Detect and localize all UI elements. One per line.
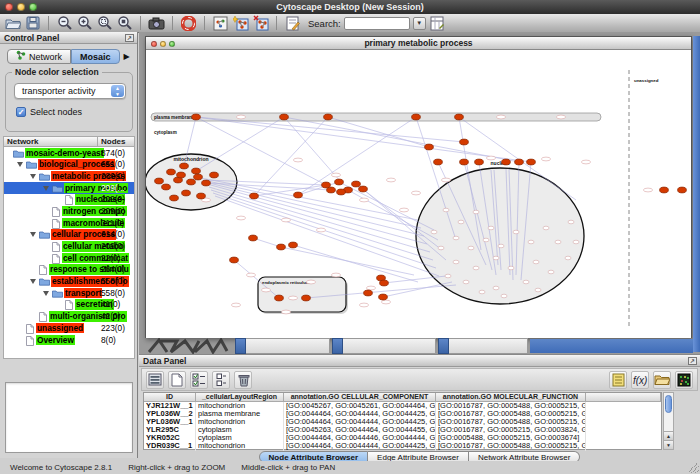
graph-node[interactable] bbox=[455, 114, 464, 120]
frame-minimize-icon[interactable] bbox=[160, 41, 166, 47]
delete-attribute-icon[interactable] bbox=[234, 371, 252, 389]
tree-row[interactable]: macromolecule311(0) bbox=[4, 217, 134, 229]
graph-node[interactable] bbox=[187, 179, 196, 185]
network-canvas[interactable]: plasma membranecytoplasmmitochondrionnuc… bbox=[146, 50, 691, 338]
graph-node[interactable] bbox=[302, 295, 311, 301]
attribute-pad-icon[interactable] bbox=[609, 371, 627, 389]
annotation-icon[interactable] bbox=[284, 15, 301, 31]
graph-node[interactable] bbox=[202, 180, 211, 186]
tree-row[interactable]: cellular process614(0) bbox=[4, 229, 134, 241]
zoom-fit-icon[interactable] bbox=[116, 15, 133, 31]
tree-row[interactable]: transport558(0) bbox=[4, 287, 134, 299]
graph-node-small[interactable] bbox=[468, 246, 474, 250]
graph-node-small[interactable] bbox=[513, 230, 519, 234]
graph-node[interactable] bbox=[502, 159, 511, 165]
tree-row[interactable]: metabolic process280(0) bbox=[4, 170, 134, 182]
camera-icon[interactable] bbox=[148, 15, 165, 31]
graph-node-small[interactable] bbox=[568, 220, 574, 224]
expander-icon[interactable] bbox=[43, 186, 49, 191]
graph-node[interactable] bbox=[280, 114, 289, 120]
graph-node[interactable] bbox=[380, 280, 389, 286]
tree-row[interactable]: secretion41(0) bbox=[4, 299, 134, 311]
birdseye-view[interactable] bbox=[5, 382, 133, 453]
frame-close-icon[interactable] bbox=[151, 41, 157, 47]
graph-node-small[interactable] bbox=[445, 274, 451, 278]
graph-node[interactable] bbox=[678, 187, 687, 193]
scroll-up-icon[interactable]: ▲ bbox=[664, 431, 673, 440]
tree-row[interactable]: Overview8(0) bbox=[4, 334, 134, 346]
graph-node[interactable] bbox=[434, 159, 443, 165]
tree-row[interactable]: multi-organism pro42(0) bbox=[4, 311, 134, 323]
graph-node-small[interactable] bbox=[498, 244, 504, 248]
graph-node[interactable] bbox=[192, 168, 201, 174]
table-row[interactable]: YLR295Ccytoplasm[GO:0045263, GO:0044464,… bbox=[144, 426, 661, 434]
select-nodes-checkbox[interactable]: ✓ Select nodes bbox=[16, 107, 82, 117]
unselect-all-attributes-icon[interactable] bbox=[212, 371, 230, 389]
expander-icon[interactable] bbox=[17, 162, 23, 167]
column-header[interactable] bbox=[586, 393, 661, 402]
expander-icon[interactable] bbox=[43, 291, 49, 296]
graph-node[interactable] bbox=[197, 193, 206, 199]
expander-icon[interactable] bbox=[30, 174, 36, 179]
graph-node[interactable] bbox=[162, 184, 171, 190]
column-header[interactable]: annotation.GO MOLECULAR_FUNCTION bbox=[436, 393, 586, 402]
node-color-dropdown[interactable]: transporter activity ▲▼ bbox=[14, 83, 126, 99]
tree-row[interactable]: biological_process651(0) bbox=[4, 159, 134, 171]
graph-node[interactable] bbox=[527, 159, 536, 165]
graph-node-small[interactable] bbox=[443, 208, 449, 212]
tree-row[interactable]: response to stimulu264(0) bbox=[4, 264, 134, 276]
window-titlebar[interactable]: Cytoscape Desktop (New Session) bbox=[0, 0, 700, 14]
graph-node[interactable] bbox=[425, 144, 434, 150]
graph-node[interactable] bbox=[230, 257, 239, 263]
zoom-in-icon[interactable] bbox=[76, 15, 93, 31]
formula-fx-icon[interactable]: f(x) bbox=[631, 371, 649, 389]
zoom-out-icon[interactable] bbox=[56, 15, 73, 31]
graph-node[interactable] bbox=[379, 294, 388, 300]
graph-node[interactable] bbox=[289, 242, 298, 248]
select-all-attributes-icon[interactable] bbox=[190, 371, 208, 389]
resize-grip[interactable] bbox=[689, 463, 699, 473]
network-frame-titlebar[interactable]: primary metabolic process bbox=[146, 37, 691, 50]
network-create-icon[interactable] bbox=[232, 15, 249, 31]
graph-node-small[interactable] bbox=[528, 240, 534, 244]
graph-node-small[interactable] bbox=[493, 256, 499, 260]
graph-node[interactable] bbox=[460, 139, 469, 145]
graph-node[interactable] bbox=[327, 187, 336, 193]
background-window-fragment[interactable] bbox=[332, 338, 436, 354]
graph-node-small[interactable] bbox=[533, 260, 539, 264]
graph-node[interactable] bbox=[170, 195, 179, 201]
graph-node-small[interactable] bbox=[523, 280, 529, 284]
graph-node[interactable] bbox=[249, 235, 258, 241]
tree-row[interactable]: cell communicat22(0) bbox=[4, 252, 134, 264]
graph-node[interactable] bbox=[182, 190, 191, 196]
graph-node-small[interactable] bbox=[493, 286, 499, 290]
graph-node[interactable] bbox=[180, 163, 189, 169]
graph-node-small[interactable] bbox=[573, 240, 579, 244]
graph-node-small[interactable] bbox=[431, 230, 437, 234]
chevron-down-icon[interactable]: ▼ bbox=[413, 17, 426, 30]
expander-icon[interactable] bbox=[30, 279, 36, 284]
graph-node-small[interactable] bbox=[501, 294, 507, 298]
new-attribute-icon[interactable] bbox=[168, 371, 186, 389]
scrollbar-thumb[interactable] bbox=[665, 395, 672, 413]
tree-row[interactable]: establishment of lo558(0) bbox=[4, 276, 134, 288]
import-attributes-icon[interactable] bbox=[653, 371, 671, 389]
column-header[interactable]: annotation.GO CELLULAR_COMPONENT bbox=[284, 393, 436, 402]
float-panel-icon[interactable]: ↗ bbox=[125, 34, 134, 42]
graph-node[interactable] bbox=[177, 172, 186, 178]
search-input[interactable] bbox=[344, 17, 410, 30]
graph-node-small[interactable] bbox=[543, 226, 549, 230]
open-icon[interactable] bbox=[4, 15, 21, 31]
close-icon[interactable] bbox=[5, 3, 13, 11]
expander-icon[interactable] bbox=[30, 232, 36, 237]
graph-node-small[interactable] bbox=[508, 266, 514, 270]
column-header[interactable]: ID bbox=[144, 393, 196, 402]
tree-row[interactable]: nitrogen compo209(0) bbox=[4, 205, 134, 217]
graph-node[interactable] bbox=[250, 193, 259, 199]
tree-row[interactable]: primary metabo209(... bbox=[4, 182, 134, 194]
table-row[interactable]: YJR121W__1mitochondrion[GO:0045267, GO:0… bbox=[144, 402, 661, 410]
graph-node-small[interactable] bbox=[438, 246, 444, 250]
graph-node[interactable] bbox=[192, 114, 201, 120]
table-row[interactable]: YPL036W__2plasma membrane[GO:0044464, GO… bbox=[144, 410, 661, 418]
zoom-selected-icon[interactable] bbox=[96, 15, 113, 31]
